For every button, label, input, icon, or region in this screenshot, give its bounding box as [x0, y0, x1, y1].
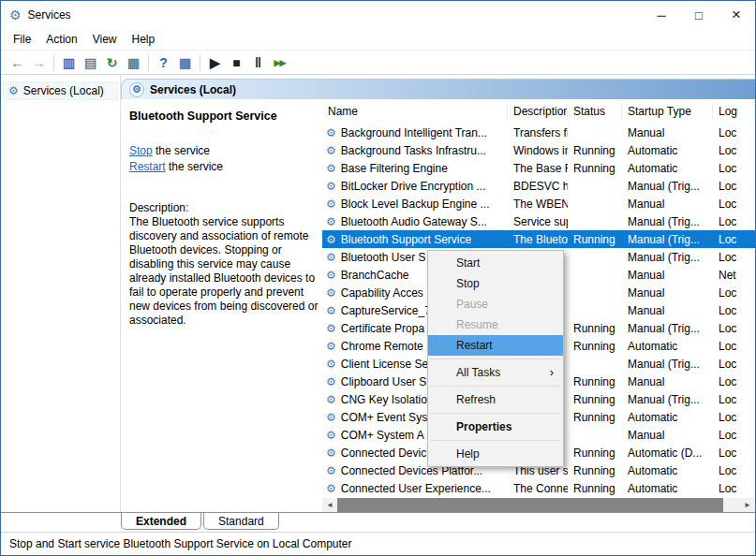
menu-help[interactable]: Help: [125, 30, 163, 49]
menu-view[interactable]: View: [85, 30, 125, 49]
service-description: Windows in...: [508, 144, 568, 157]
service-startup-type: Manual (Trig...: [622, 393, 713, 406]
context-menu-item-label: All Tasks: [456, 366, 500, 379]
scroll-left-arrow-icon[interactable]: ◄: [322, 501, 337, 509]
service-log-on-as: Loc: [713, 180, 755, 193]
service-description: The Connec...: [508, 482, 568, 495]
service-startup-type: Automatic: [622, 162, 713, 175]
horizontal-scrollbar[interactable]: ◄ ►: [322, 498, 755, 512]
menu-file[interactable]: File: [6, 30, 38, 49]
service-gear-icon: ⚙: [326, 412, 336, 423]
context-menu-item-properties[interactable]: Properties: [428, 417, 563, 437]
table-row[interactable]: ⚙BitLocker Drive Encryption ... BDESVC h…: [322, 177, 755, 195]
pause-service-icon[interactable]: ‖: [247, 52, 269, 73]
service-startup-type: Manual: [622, 126, 713, 139]
panel-header: ⚙ Services (Local): [121, 79, 755, 99]
services-window: ⚙ Services ─ □ × FileActionViewHelp ←→▥▤…: [0, 0, 756, 556]
service-gear-icon: ⚙: [326, 270, 336, 281]
scrollbar-thumb[interactable]: [337, 498, 723, 512]
extended-view-icon[interactable]: ▦: [174, 52, 196, 73]
table-row[interactable]: ⚙Bluetooth Support Service The Bluetoo..…: [322, 230, 755, 248]
service-name: COM+ Event Syst: [341, 411, 431, 424]
start-service-icon[interactable]: ▶: [204, 52, 226, 73]
service-gear-icon: ⚙: [326, 465, 336, 476]
service-name: Connected User Experience...: [341, 482, 491, 495]
column-header-description[interactable]: Description: [508, 103, 568, 120]
context-menu-item-start[interactable]: Start: [428, 253, 563, 273]
title-bar[interactable]: ⚙ Services ─ □ ×: [1, 1, 755, 29]
service-status: Running: [568, 375, 622, 388]
context-menu-item-label: Pause: [456, 298, 488, 311]
service-status: Running: [568, 144, 622, 157]
console-window-icon[interactable]: ▦: [123, 52, 144, 73]
context-menu-item-help[interactable]: Help: [428, 444, 563, 464]
stop-service-icon[interactable]: ■: [226, 52, 247, 73]
service-startup-type: Automatic: [622, 464, 713, 477]
tree-item-services-local[interactable]: ⚙ Services (Local): [3, 81, 118, 100]
context-menu-item-label: Refresh: [456, 393, 496, 406]
table-row[interactable]: ⚙Background Tasks Infrastru... Windows i…: [322, 141, 755, 159]
service-gear-icon: ⚙: [326, 181, 336, 192]
service-gear-icon: ⚙: [326, 483, 336, 494]
service-gear-icon: ⚙: [326, 145, 336, 156]
service-name: BitLocker Drive Encryption ...: [341, 180, 486, 193]
table-row[interactable]: ⚙Block Level Backup Engine ... The WBENG…: [322, 195, 755, 212]
table-row[interactable]: ⚙Background Intelligent Tran... Transfer…: [322, 124, 755, 141]
table-header: NameDescriptionStatusStartup TypeLog: [322, 99, 755, 124]
restart-service-link[interactable]: Restart: [129, 160, 166, 173]
context-menu-item-restart[interactable]: Restart: [428, 335, 563, 356]
minimize-button[interactable]: ─: [643, 1, 680, 29]
service-description: BDESVC hos...: [508, 180, 568, 193]
maximize-button[interactable]: □: [680, 1, 718, 29]
menu-bar: FileActionViewHelp: [1, 29, 755, 50]
column-header-startup-type[interactable]: Startup Type: [622, 103, 713, 120]
service-log-on-as: Loc: [713, 446, 755, 460]
column-header-name[interactable]: Name: [322, 103, 508, 120]
forward-icon[interactable]: →: [28, 52, 50, 73]
status-text: Stop and Start service Bluetooth Support…: [9, 537, 352, 550]
toolbar-separator: [53, 54, 54, 71]
tab-strip: ExtendedStandard: [1, 512, 755, 532]
context-menu-item-all-tasks[interactable]: All Tasks›: [428, 362, 563, 383]
console-tree-icon[interactable]: ▥: [58, 52, 80, 73]
restart-service-icon[interactable]: ▶▶: [269, 52, 290, 73]
export-list-icon[interactable]: ▤: [80, 52, 101, 73]
service-gear-icon: ⚙: [326, 287, 336, 299]
service-status: Running: [568, 322, 622, 335]
service-log-on-as: Loc: [713, 198, 755, 211]
menu-action[interactable]: Action: [38, 30, 84, 49]
description-label: Description:: [129, 201, 313, 214]
context-menu-item-pause: Pause: [428, 294, 563, 315]
toolbar-separator: [200, 54, 200, 71]
context-menu-item-refresh[interactable]: Refresh: [428, 389, 563, 410]
tab-standard[interactable]: Standard: [203, 513, 279, 530]
service-startup-type: Manual (Trig...: [622, 215, 713, 228]
service-startup-type: Manual (Trig...: [622, 233, 713, 246]
service-startup-type: Manual: [622, 304, 713, 317]
close-button[interactable]: ×: [718, 1, 755, 29]
stop-service-link[interactable]: Stop: [129, 144, 153, 157]
tab-extended[interactable]: Extended: [121, 513, 201, 530]
column-header-log[interactable]: Log: [713, 103, 755, 120]
help-icon[interactable]: ?: [153, 52, 174, 73]
service-description: The WBENG...: [508, 198, 568, 211]
table-row[interactable]: ⚙Bluetooth Audio Gateway S... Service su…: [322, 212, 755, 230]
context-menu-item-resume: Resume: [428, 315, 563, 335]
scroll-right-arrow-icon[interactable]: ►: [740, 501, 755, 509]
refresh-icon[interactable]: ↻: [101, 52, 123, 73]
service-status: Running: [568, 340, 622, 353]
service-name: Bluetooth Support Service: [341, 233, 471, 246]
column-header-status[interactable]: Status: [568, 103, 622, 120]
service-log-on-as: Loc: [713, 233, 755, 246]
table-row[interactable]: ⚙Base Filtering Engine The Base Fil... R…: [322, 159, 755, 177]
service-name: BranchCache: [341, 269, 409, 282]
service-startup-type: Automatic: [622, 482, 713, 495]
back-icon[interactable]: ←: [7, 52, 28, 73]
service-gear-icon: ⚙: [326, 376, 336, 388]
table-row[interactable]: ⚙Connected User Experience... The Connec…: [322, 479, 755, 497]
service-name: Clipboard User S: [341, 375, 426, 388]
context-menu-item-stop[interactable]: Stop: [428, 273, 563, 294]
service-startup-type: Automatic (D...: [622, 446, 713, 460]
context-menu-item-label: Restart: [456, 339, 493, 352]
service-status: Running: [568, 411, 622, 424]
